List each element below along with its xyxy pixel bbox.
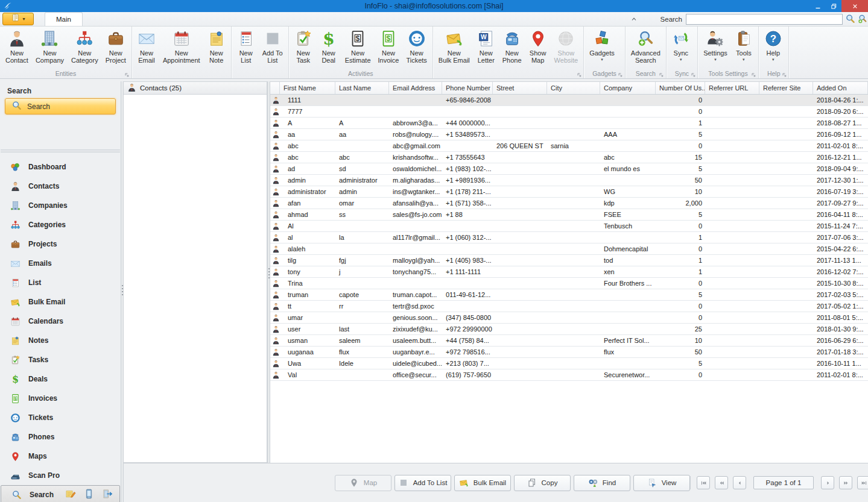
sidebar-item-projects[interactable]: Projects xyxy=(0,234,121,254)
table-row[interactable]: adminadministratorm.aligharadas...+1 +98… xyxy=(270,175,868,186)
minimize-button[interactable] xyxy=(810,0,826,12)
search-icon[interactable] xyxy=(844,13,856,25)
sidebar-item-invoices[interactable]: $Invoices xyxy=(0,389,121,408)
new-email-button[interactable]: New Email xyxy=(134,28,159,69)
table-row[interactable]: allaal117lr@gmail...+1 (060) 312-...1201… xyxy=(270,232,868,243)
new-project-button[interactable]: New Project xyxy=(102,28,130,69)
table-row[interactable]: ttrrtertr@sd.pxoc02017-05-02 1:... xyxy=(270,301,868,312)
new-category-button[interactable]: New Category xyxy=(68,28,102,69)
new-contact-button[interactable]: New Contact xyxy=(2,28,32,69)
table-row[interactable]: ahmadsssales@fs-jo.com+1 88FSEE52016-04-… xyxy=(270,209,868,221)
column-header-referrer-site[interactable]: Referrer Site xyxy=(759,82,813,94)
sidebar-item-contacts[interactable]: Contacts xyxy=(0,177,121,196)
dialog-launcher-icon[interactable] xyxy=(124,71,130,77)
table-row[interactable]: userlastzixixudef@ku...+972 299900002520… xyxy=(270,324,868,335)
show-map-button[interactable]: Show Map xyxy=(525,28,551,69)
add-to-list-button[interactable]: Add To List xyxy=(259,28,287,69)
sidebar-item-emails[interactable]: Emails xyxy=(0,254,121,273)
sync-button[interactable]: Sync▾ xyxy=(668,28,694,69)
note-edit-button[interactable] xyxy=(65,488,76,500)
sidebar-item-deals[interactable]: $Deals xyxy=(0,369,121,389)
sidebar-splitter-handle[interactable] xyxy=(1,149,120,152)
nav-fast-prev-button[interactable] xyxy=(715,476,728,489)
new-task-button[interactable]: New Task xyxy=(291,28,316,69)
dialog-launcher-icon[interactable] xyxy=(659,71,665,77)
table-row[interactable]: abcabckrishandsoftw...+1 73555643abc1520… xyxy=(270,152,868,163)
table-row[interactable]: administratoradminins@wgtanker...+1 (178… xyxy=(270,186,868,198)
dialog-launcher-icon[interactable] xyxy=(576,71,582,77)
table-row[interactable]: abcabc@gmail.com206 QUEEN STsarnia02011-… xyxy=(270,140,868,152)
column-header-email-address[interactable]: Email Address xyxy=(389,82,442,94)
column-header-added-on[interactable]: Added On xyxy=(813,82,868,94)
table-row[interactable]: umargenious.soon...(347) 845-080002011-0… xyxy=(270,312,868,324)
new-list-button[interactable]: New List xyxy=(233,28,259,69)
copy-button[interactable]: Copy xyxy=(514,475,571,491)
column-header-company[interactable]: Company xyxy=(600,82,656,94)
help-button[interactable]: ?Help▾ xyxy=(761,28,786,69)
advanced-search-button[interactable]: Advanced Search xyxy=(627,28,664,69)
new-bulk-email-button[interactable]: New Bulk Email xyxy=(435,28,474,69)
table-row[interactable]: afanomarafansalih@ya...+1 (571) 358-...k… xyxy=(270,198,868,209)
collapse-ribbon-button[interactable] xyxy=(628,14,640,25)
column-header-city[interactable]: City xyxy=(547,82,600,94)
new-note-button[interactable]: New Note xyxy=(204,28,229,69)
table-row[interactable]: uuganaafluxuuganbayr.e...+972 798516...f… xyxy=(270,347,868,358)
sidebar-search-button[interactable]: Search xyxy=(5,98,116,115)
sidebar-item-maps[interactable]: Maps xyxy=(0,447,121,466)
gadgets-button[interactable]: Gadgets▾ xyxy=(586,28,618,69)
tools-button[interactable]: Tools▾ xyxy=(731,28,756,69)
bulk-email-button[interactable]: Bulk Email xyxy=(454,475,511,491)
new-appointment-button[interactable]: New Appointment xyxy=(159,28,204,69)
new-phone-button[interactable]: New Phone xyxy=(499,28,525,69)
tab-main[interactable]: Main xyxy=(45,12,83,26)
sidebar-item-notes[interactable]: Notes xyxy=(0,331,121,350)
new-tickets-button[interactable]: New Tickets xyxy=(402,28,430,69)
sidebar-item-calendars[interactable]: Calendars xyxy=(0,312,121,331)
contacts-panel-header[interactable]: Contacts (25) xyxy=(124,82,267,95)
search-add-icon[interactable] xyxy=(856,13,868,25)
ribbon-search-input[interactable] xyxy=(686,14,843,25)
table-row[interactable]: AAabbrown3@a...+44 0000000...12018-08-27… xyxy=(270,118,868,129)
exit-button[interactable] xyxy=(102,488,113,500)
sidebar-item-phones[interactable]: Phones xyxy=(0,427,121,447)
nav-last-button[interactable] xyxy=(857,476,868,489)
sidebar-item-scan-pro[interactable]: Scan Pro xyxy=(0,466,121,485)
settings-button[interactable]: Settings▾ xyxy=(700,28,731,69)
column-header-number-of-us[interactable]: Number Of Us... xyxy=(656,82,705,94)
table-row[interactable]: Valoffice@secur...(619) 757-9650Securene… xyxy=(270,369,868,381)
column-header-street[interactable]: Street xyxy=(493,82,547,94)
column-header-first-name[interactable]: First Name xyxy=(280,82,335,94)
table-row[interactable]: tonyjtonychang75...+1 111-1111xen12016-1… xyxy=(270,266,868,278)
nav-first-button[interactable] xyxy=(697,476,710,489)
dialog-launcher-icon[interactable] xyxy=(690,71,696,77)
table-row[interactable]: TrinaFour Brothers ...02015-10-30 8:... xyxy=(270,278,868,289)
table-row[interactable]: tilgfgjmalloygl@yah...+1 (405) 983-...to… xyxy=(270,255,868,266)
sidebar-item-companies[interactable]: Companies xyxy=(0,196,121,215)
table-row[interactable]: aaaarobs@nulogy....+1 53489573...AAA5201… xyxy=(270,129,868,140)
nav-next-button[interactable] xyxy=(821,476,834,489)
new-letter-button[interactable]: WNew Letter xyxy=(474,28,499,69)
new-estimate-button[interactable]: $New Estimate xyxy=(341,28,375,69)
table-row[interactable]: trumancapotetruman.capot...011-49-61-12.… xyxy=(270,289,868,301)
table-row[interactable]: alalehDohmencapital02015-04-22 6:... xyxy=(270,243,868,255)
table-row[interactable]: usmansaleemusaleem.butt...+44 (758) 84..… xyxy=(270,335,868,347)
find-button[interactable]: Find xyxy=(574,475,630,491)
sidebar-item-tasks[interactable]: Tasks xyxy=(0,350,121,369)
dialog-launcher-icon[interactable] xyxy=(618,71,624,77)
sidebar-item-list[interactable]: List xyxy=(0,273,121,292)
nav-fast-next-button[interactable] xyxy=(839,476,852,489)
close-button[interactable] xyxy=(841,0,868,12)
sidebar-item-tickets[interactable]: Tickets xyxy=(0,408,121,427)
table-row[interactable]: UwaIdeleuidele@icubed...+213 (803) 7...5… xyxy=(270,358,868,369)
table-row[interactable]: 777702018-09-20 6:... xyxy=(270,106,868,118)
column-header-phone-number[interactable]: Phone Number xyxy=(442,82,493,94)
new-invoice-button[interactable]: $New Invoice xyxy=(375,28,403,69)
application-menu-button[interactable]: ▾ xyxy=(2,13,34,25)
column-header-last-name[interactable]: Last Name xyxy=(335,82,389,94)
table-row[interactable]: AlTenbusch02015-11-24 7:... xyxy=(270,221,868,232)
dialog-launcher-icon[interactable] xyxy=(751,71,757,77)
new-company-button[interactable]: New Company xyxy=(32,28,68,69)
view-button[interactable]: View xyxy=(633,475,690,491)
sidebar-item-categories[interactable]: Categories xyxy=(0,215,121,234)
mobile-button[interactable] xyxy=(83,488,95,500)
